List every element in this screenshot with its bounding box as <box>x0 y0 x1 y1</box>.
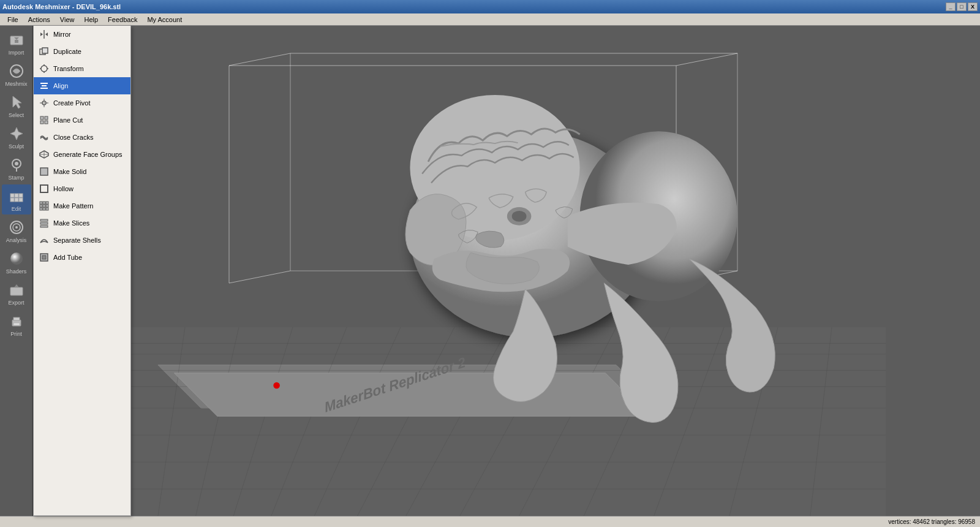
svg-rect-53 <box>43 202 45 204</box>
svg-rect-65 <box>42 256 46 259</box>
svg-rect-62 <box>40 222 48 224</box>
face-groups-icon <box>39 149 50 160</box>
minimize-button[interactable]: _ <box>946 2 956 11</box>
svg-rect-18 <box>10 287 23 295</box>
svg-rect-28 <box>42 48 48 53</box>
sculpt-icon <box>7 124 26 143</box>
svg-rect-43 <box>40 116 43 119</box>
menu-make-slices[interactable]: Make Slices <box>34 214 130 232</box>
make-slices-icon <box>39 218 50 229</box>
separate-shells-label: Separate Shells <box>53 237 101 244</box>
svg-rect-66 <box>131 327 886 516</box>
export-icon <box>7 281 26 299</box>
mirror-icon <box>39 29 50 40</box>
tool-import[interactable]: Import <box>2 28 31 58</box>
svg-rect-13 <box>19 198 23 202</box>
menu-mirror[interactable]: Mirror <box>34 26 130 43</box>
menu-transform[interactable]: Transform <box>34 60 130 77</box>
menu-hollow[interactable]: Hollow <box>34 180 130 197</box>
menu-my-account[interactable]: My Account <box>142 15 187 25</box>
svg-rect-51 <box>40 185 48 192</box>
transform-icon <box>39 63 50 74</box>
menu-feedback[interactable]: Feedback <box>103 15 142 25</box>
analysis-icon <box>7 218 26 237</box>
svg-rect-36 <box>40 88 48 89</box>
tool-export[interactable]: Export <box>2 278 31 308</box>
menu-actions[interactable]: Actions <box>23 15 55 25</box>
svg-rect-10 <box>19 194 23 197</box>
svg-marker-4 <box>13 96 21 108</box>
separate-shells-icon <box>39 235 50 246</box>
svg-rect-58 <box>40 208 42 210</box>
menu-file[interactable]: File <box>2 15 23 25</box>
make-solid-icon <box>39 166 50 177</box>
svg-point-38 <box>43 102 45 104</box>
pivot-icon <box>39 97 50 108</box>
grid-floor: MakerBot Replicator 2 <box>131 246 886 516</box>
svg-rect-60 <box>46 208 48 210</box>
tool-meshmix[interactable]: Meshmix <box>2 59 31 89</box>
print-icon <box>7 312 26 330</box>
maximize-button[interactable]: □ <box>957 2 967 11</box>
tool-select[interactable]: Select <box>2 91 31 121</box>
generate-face-groups-label: Generate Face Groups <box>53 151 123 158</box>
menu-plane-cut[interactable]: Plane Cut <box>34 112 130 129</box>
menu-add-tube[interactable]: Add Tube <box>34 249 130 266</box>
svg-rect-59 <box>43 208 45 210</box>
svg-point-16 <box>15 226 18 229</box>
svg-rect-12 <box>15 198 18 202</box>
analysis-label: Analysis <box>6 237 27 243</box>
svg-rect-54 <box>46 202 48 204</box>
make-slices-label: Make Slices <box>53 219 89 227</box>
meshmix-label: Meshmix <box>5 81 27 87</box>
tool-stamp[interactable]: Stamp <box>2 153 31 183</box>
meshmix-icon <box>7 62 26 80</box>
shaders-label: Shaders <box>6 268 27 275</box>
close-button[interactable]: X <box>968 2 978 11</box>
menu-help[interactable]: Help <box>79 15 103 25</box>
tool-edit[interactable]: Edit <box>2 184 31 214</box>
svg-rect-55 <box>40 205 42 207</box>
menu-generate-face-groups[interactable]: Generate Face Groups <box>34 146 130 163</box>
tool-print[interactable]: Print <box>2 309 31 339</box>
svg-rect-45 <box>40 121 43 124</box>
align-label: Align <box>53 82 68 89</box>
menu-create-pivot[interactable]: Create Pivot <box>34 94 130 112</box>
svg-rect-50 <box>40 168 48 175</box>
svg-rect-2 <box>15 40 18 43</box>
menu-separate-shells[interactable]: Separate Shells <box>34 232 130 249</box>
svg-point-17 <box>10 252 23 265</box>
sculpt-label: Sculpt <box>9 143 24 150</box>
edit-label: Edit <box>12 206 21 212</box>
make-pattern-label: Make Pattern <box>53 202 93 210</box>
mirror-label: Mirror <box>53 31 71 38</box>
status-text: vertices: 48462 triangles: 96958 <box>888 518 975 525</box>
window-controls[interactable]: _ □ X <box>946 2 978 11</box>
svg-point-6 <box>15 162 18 165</box>
select-label: Select <box>9 112 24 118</box>
3d-viewport[interactable]: MakerBot Replicator 2 <box>131 26 980 516</box>
add-tube-label: Add Tube <box>53 254 82 261</box>
import-label: Import <box>9 50 24 56</box>
svg-rect-63 <box>40 226 48 227</box>
menu-make-pattern[interactable]: Make Pattern <box>34 197 130 214</box>
make-solid-label: Make Solid <box>53 168 86 175</box>
svg-rect-46 <box>45 121 48 124</box>
tool-sculpt[interactable]: Sculpt <box>2 122 31 152</box>
menu-duplicate[interactable]: Duplicate <box>34 43 130 60</box>
svg-rect-34 <box>40 83 48 84</box>
add-tube-icon <box>39 252 50 263</box>
left-sidebar: Import Meshmix Select <box>0 26 33 516</box>
menu-make-solid[interactable]: Make Solid <box>34 163 130 180</box>
svg-rect-35 <box>42 85 47 86</box>
main-layout: Import Meshmix Select <box>0 26 980 516</box>
window-title: Autodesk Meshmixer - DEVIL_96k.stl <box>2 3 121 10</box>
menu-align[interactable]: Align <box>34 77 130 94</box>
title-bar: Autodesk Meshmixer - DEVIL_96k.stl _ □ X <box>0 0 980 13</box>
svg-point-91 <box>273 382 280 389</box>
shaders-icon <box>7 249 26 268</box>
tool-analysis[interactable]: Analysis <box>2 216 31 246</box>
tool-shaders[interactable]: Shaders <box>2 247 31 277</box>
menu-close-cracks[interactable]: Close Cracks <box>34 129 130 146</box>
menu-view[interactable]: View <box>55 15 80 25</box>
